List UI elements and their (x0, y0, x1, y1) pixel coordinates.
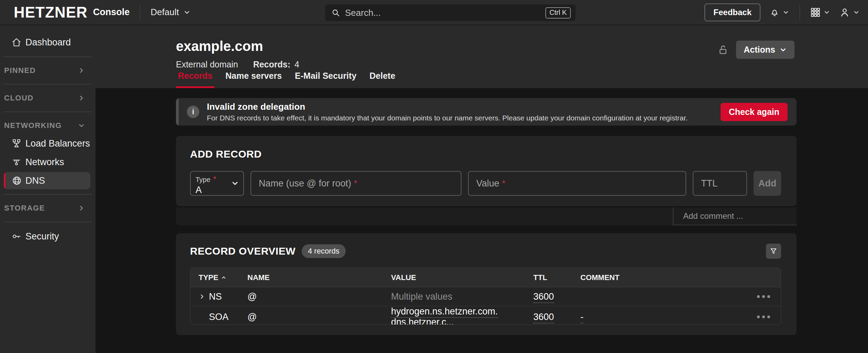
sidebar-group-pinned[interactable]: PINNED (0, 62, 96, 79)
row-menu-button[interactable] (746, 315, 781, 318)
record-type-cell: SOA (190, 312, 239, 322)
sidebar-item-dashboard[interactable]: Dashboard (0, 33, 96, 52)
user-menu[interactable] (839, 7, 860, 18)
record-ttl-input[interactable]: TTL (693, 171, 747, 196)
column-header-name[interactable]: NAME (239, 273, 383, 282)
record-overview-card: RECORD OVERVIEW 4 records (176, 233, 797, 335)
table-row: SOA @ hydrogen.ns.hetzner.com. dns.hetzn… (190, 306, 781, 324)
add-record-comment-strip: Add comment ... (176, 207, 797, 225)
sidebar: Dashboard PINNED CLOUD NETWORKING (0, 25, 96, 353)
actions-button-label: Actions (744, 45, 775, 55)
add-record-button[interactable]: Add (754, 171, 781, 196)
record-overview-header: RECORD OVERVIEW 4 records (190, 244, 781, 259)
chevron-down-icon (78, 122, 85, 129)
feedback-button[interactable]: Feedback (704, 3, 760, 21)
column-header-comment[interactable]: COMMENT (572, 273, 746, 282)
project-name: Default (151, 7, 179, 18)
sidebar-divider-dotted (3, 84, 92, 85)
sidebar-group-cloud[interactable]: CLOUD (0, 89, 96, 107)
filter-button[interactable] (766, 244, 781, 259)
network-icon (12, 157, 22, 167)
sidebar-divider (3, 56, 92, 57)
globe-icon (12, 175, 22, 186)
chevron-down-icon (823, 9, 830, 16)
sidebar-divider (3, 194, 92, 195)
tab-email-security[interactable]: E-Mail Security (293, 71, 358, 88)
load-balancer-icon (12, 139, 22, 148)
sidebar-item-label: Networks (25, 157, 64, 168)
page-meta: External domain Records:4 (176, 60, 868, 69)
search-icon (331, 8, 340, 17)
key-icon (12, 232, 22, 241)
tab-records[interactable]: Records (176, 71, 214, 88)
record-ttl[interactable]: 3600 (533, 312, 554, 323)
sidebar-item-security[interactable]: Security (0, 227, 96, 246)
records-badge: 4 records (302, 244, 346, 258)
hetzner-console-screen: HETZNER Console Default Ctrl K Feedback (0, 0, 868, 353)
project-switcher[interactable]: Default (151, 7, 190, 18)
alert-message: For DNS records to take effect, it is ma… (207, 114, 721, 122)
column-header-value[interactable]: VALUE (383, 273, 525, 282)
record-type: NS (209, 291, 222, 302)
record-name-input[interactable]: Name (use @ for root)* (251, 171, 461, 196)
record-value-input[interactable]: Value* (468, 171, 686, 196)
topbar-right: Feedback (704, 3, 860, 21)
sidebar-item-label: Security (25, 231, 59, 242)
sidebar-item-dns[interactable]: DNS (4, 172, 90, 189)
actions-button[interactable]: Actions (736, 41, 794, 59)
record-comment[interactable]: - (580, 312, 583, 323)
expand-chevron-icon[interactable] (199, 293, 205, 300)
search-input[interactable] (345, 8, 545, 18)
sidebar-item-load-balancers[interactable]: Load Balancers (0, 134, 96, 153)
group-label: STORAGE (4, 204, 45, 213)
sidebar-item-networks[interactable]: Networks (0, 153, 96, 171)
alert-accent-bar (176, 98, 179, 126)
chevron-right-icon (78, 204, 85, 212)
search-bar[interactable]: Ctrl K (325, 4, 576, 21)
tab-delete[interactable]: Delete (367, 71, 397, 88)
hetzner-logo[interactable]: HETZNER (14, 4, 88, 21)
alert-title: Invalid zone delegation (207, 101, 721, 112)
zone-delegation-alert: i Invalid zone delegation For DNS record… (176, 98, 797, 126)
domain-type-label: External domain (176, 60, 238, 69)
page-header: example.com External domain Records:4 Ac… (96, 25, 868, 88)
record-value: Multiple values (383, 291, 525, 302)
main-area: example.com External domain Records:4 Ac… (96, 25, 868, 353)
ellipsis-icon (757, 295, 760, 298)
apps-menu[interactable] (810, 7, 830, 18)
lock-open-icon[interactable] (717, 44, 728, 55)
user-icon (839, 7, 850, 18)
required-asterisk: * (354, 179, 357, 188)
info-icon: i (187, 106, 199, 118)
record-type-select[interactable]: Type* A (190, 171, 244, 196)
sidebar-group-storage[interactable]: STORAGE (0, 200, 96, 217)
add-comment-input[interactable]: Add comment ... (673, 207, 797, 225)
sidebar-item-label: DNS (25, 175, 45, 186)
tab-name-servers[interactable]: Name servers (223, 71, 284, 88)
add-record-card: ADD RECORD Type* A Name (use @ for root)… (176, 136, 797, 206)
header-actions: Actions (717, 41, 794, 59)
required-asterisk: * (213, 174, 216, 184)
record-value[interactable]: hydrogen.ns.hetzner.com. dns.hetzner.c..… (391, 306, 498, 325)
check-again-button[interactable]: Check again (721, 103, 788, 121)
chevron-down-icon (779, 46, 787, 54)
tab-bar: Records Name servers E-Mail Security Del… (176, 71, 397, 88)
notifications-menu[interactable] (769, 7, 789, 18)
home-icon (12, 38, 22, 47)
records-count-value: 4 (294, 60, 299, 69)
group-label: PINNED (4, 66, 36, 75)
row-menu-button[interactable] (746, 295, 781, 298)
record-ttl[interactable]: 3600 (533, 291, 554, 303)
records-count: Records:4 (253, 60, 299, 69)
table-row: NS @ Multiple values 3600 (190, 287, 781, 306)
record-overview-heading: RECORD OVERVIEW (190, 245, 296, 257)
records-count-label: Records: (253, 60, 290, 69)
chevron-right-icon (78, 94, 85, 102)
sidebar-group-networking[interactable]: NETWORKING (0, 117, 96, 134)
ellipsis-icon (757, 315, 760, 318)
group-label: NETWORKING (4, 121, 62, 130)
column-header-type[interactable]: TYPE (190, 273, 239, 282)
column-header-ttl[interactable]: TTL (525, 273, 572, 282)
add-record-heading: ADD RECORD (190, 148, 781, 160)
console-label: Console (93, 7, 130, 18)
